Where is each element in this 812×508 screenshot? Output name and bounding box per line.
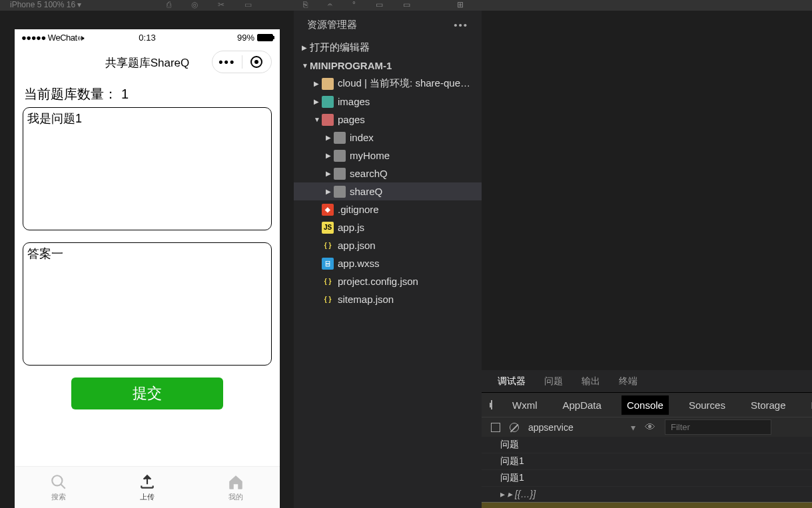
toggle-side-icon[interactable] [491,423,500,432]
tab-upload[interactable]: 上传 [103,467,192,508]
folder-row[interactable]: searchQ [294,164,482,182]
folder-icon [334,168,346,180]
toolbar-icon[interactable]: ✂ [218,0,224,9]
file-row[interactable]: ◆.gitignore [294,200,482,218]
toolbar-icon[interactable]: ⎙ [167,0,171,9]
device-selector[interactable]: iPhone 5 100% 16 ▾ [0,0,81,9]
toolbar-icon[interactable]: 𝄐 [328,0,332,9]
folder-row[interactable]: images [294,93,482,111]
inspect-icon[interactable] [491,400,492,409]
answer-input[interactable] [23,242,272,366]
toolbar-icon[interactable]: ◎ [191,0,198,9]
toolbar-icon[interactable]: ▭ [376,0,383,9]
clear-console-icon[interactable] [510,423,519,432]
log-row[interactable]: 问题1 [482,470,812,487]
folder-row[interactable]: cloud | 当前环境: share-que… [294,75,482,93]
folder-icon [334,186,346,198]
debugger-primary-tabs: 调试器 问题 输出 终端 [482,370,812,393]
project-root[interactable]: MINIPROGRAM-1 [294,57,482,75]
json-icon: { } [322,240,334,252]
wxss-icon: ⌸ [322,258,334,270]
folder-row[interactable]: shareQ [294,182,482,200]
ide-top-toolbar: iPhone 5 100% 16 ▾ ⎙ ◎ ✂ ▭ ⎘ 𝄐 ° ▭ ▭ ⊞ [0,0,812,11]
toolbar-icon[interactable]: ▭ [244,0,252,9]
editor-area [482,11,812,370]
clock-label: 0:13 [139,33,155,43]
console-log: 问题 问题1 问题1 ▸▸ [{…}] [482,437,812,502]
tab-terminal[interactable]: 终端 [619,376,637,387]
dropdown-icon[interactable]: ▾ [631,422,635,433]
close-icon[interactable] [242,56,272,68]
more-icon[interactable]: ••• [454,19,468,31]
toolbar-icon[interactable]: ⊞ [457,0,464,9]
folder-row[interactable]: pages [294,111,482,128]
tab-debugger[interactable]: 调试器 [498,376,526,387]
count-line: 当前题库数量：1 [23,85,272,103]
log-row[interactable]: 问题 [482,437,812,453]
file-row[interactable]: JSapp.js [294,218,482,236]
menu-icon[interactable]: ••• [212,55,242,69]
file-name: project.config.json [338,276,418,287]
warning-strip [482,502,812,508]
open-editors-section[interactable]: 打开的编辑器 [294,39,482,57]
toolbar-icon[interactable]: ▭ [403,0,410,9]
git-icon: ◆ [322,204,334,216]
tab-search[interactable]: 搜索 [15,467,103,508]
tabbar: 搜索 上传 我的 [15,466,280,508]
context-selector[interactable]: appservice [528,422,621,433]
file-name: index [350,132,374,143]
json-icon: { } [322,294,334,306]
tab-mine[interactable]: 我的 [191,467,280,508]
svg-point-0 [53,475,63,485]
folder-icon [322,96,334,108]
tab-network[interactable]: Netw [806,395,813,415]
live-icon[interactable]: 👁 [645,421,655,433]
file-name: app.json [338,240,376,251]
carrier-label: ●●●●● WeChat🕪 [21,33,84,43]
battery-label: 99% [237,33,273,43]
page-content: 当前题库数量：1 提交 [15,80,280,415]
log-row-object[interactable]: ▸▸ [{…}] [482,487,812,502]
submit-button[interactable]: 提交 [71,378,223,409]
nav-bar: 共享题库ShareQ ••• [15,45,280,80]
tab-wxml[interactable]: Wxml [507,395,543,415]
file-name: myHome [350,150,390,161]
filter-input[interactable] [665,419,771,435]
toolbar-icon[interactable]: ⎘ [303,0,308,9]
file-row[interactable]: ⌸app.wxss [294,254,482,272]
js-icon: JS [322,222,334,234]
svg-line-1 [61,484,66,489]
devtools-tabs: Wxml AppData Console Sources Storage Net… [482,393,812,417]
explorer-panel: 资源管理器 ••• 打开的编辑器 MINIPROGRAM-1 cloud | 当… [294,11,482,508]
log-row[interactable]: 问题1 [482,453,812,470]
explorer-header: 资源管理器 ••• [294,11,482,39]
capsule-button[interactable]: ••• [212,51,272,73]
file-name: app.js [338,222,364,233]
tab-problems[interactable]: 问题 [544,376,563,387]
file-name: searchQ [350,168,388,179]
console-toolbar: appservice ▾ 👁 [482,417,812,437]
tab-console[interactable]: Console [621,395,669,415]
tab-storage[interactable]: Storage [745,395,791,415]
file-name: cloud | 当前环境: share-que… [338,77,470,90]
question-input[interactable] [23,107,272,230]
folder-icon [334,132,346,144]
file-name: images [338,96,370,107]
json-icon: { } [322,276,334,288]
file-row[interactable]: { }app.json [294,236,482,254]
status-bar: ●●●●● WeChat🕪 0:13 99% [15,29,280,45]
battery-icon [257,34,273,41]
file-name: pages [338,114,365,125]
phone-simulator: ●●●●● WeChat🕪 0:13 99% 共享题库ShareQ ••• 当前… [15,29,280,508]
folder-icon [322,78,334,90]
folder-row[interactable]: myHome [294,146,482,164]
folder-icon [322,114,334,126]
file-row[interactable]: { }sitemap.json [294,290,482,308]
explorer-title: 资源管理器 [307,19,357,31]
toolbar-icon[interactable]: ° [352,0,356,9]
folder-row[interactable]: index [294,128,482,146]
file-row[interactable]: { }project.config.json [294,272,482,290]
tab-appdata[interactable]: AppData [558,395,607,415]
tab-sources[interactable]: Sources [683,395,731,415]
tab-output[interactable]: 输出 [582,376,600,387]
